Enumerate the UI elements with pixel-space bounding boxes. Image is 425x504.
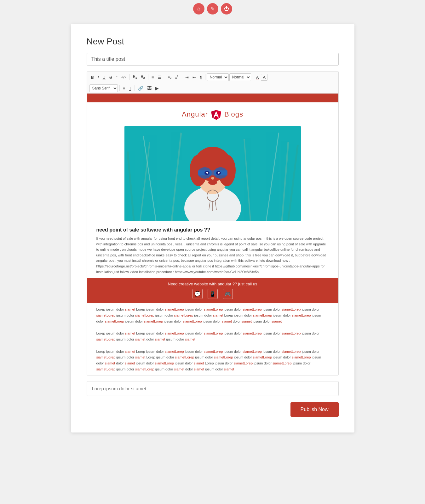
line-height-select[interactable]: Normal 1.5 2.0: [229, 73, 251, 81]
lorem-link[interactable]: siametLorep: [214, 355, 233, 359]
font-color-btn[interactable]: A: [255, 74, 261, 80]
lorem-link[interactable]: siametLorep: [155, 361, 174, 365]
game-icon: 🎮: [223, 289, 233, 299]
h2-btn[interactable]: H2: [139, 74, 146, 80]
lorem-link[interactable]: siametLorep: [292, 355, 311, 359]
preview-subtitle: need point of sale software with angular…: [87, 224, 338, 235]
font-family-select[interactable]: Sans Serif Serif Monospace: [89, 84, 118, 92]
lorem-block-1: Lorep ipsum dolor siamet Lorep ipsum dol…: [87, 303, 338, 327]
lorem-link[interactable]: siametLorep: [135, 367, 154, 371]
publish-btn-row: Publish Now: [87, 402, 339, 417]
svg-rect-21: [198, 170, 227, 175]
toolbar-row2: Sans Serif Serif Monospace ≡ T̲ 🔗 🖼 ▶: [87, 83, 338, 94]
quote-btn[interactable]: ": [114, 74, 119, 81]
lorem-link[interactable]: siametLorep: [292, 313, 311, 317]
lorem-link[interactable]: siametLorep: [135, 313, 154, 317]
sup-btn[interactable]: x2: [174, 74, 180, 80]
lorem-link[interactable]: siametLorep: [204, 350, 223, 353]
power-icon[interactable]: ⏻: [221, 3, 232, 14]
ol-btn[interactable]: ≡: [150, 74, 156, 80]
lorem-link[interactable]: siametLorep: [183, 319, 202, 323]
lorem-link[interactable]: siametLorep: [105, 319, 124, 323]
lorem-link[interactable]: siametLorep: [282, 331, 301, 335]
excerpt-input[interactable]: [87, 381, 339, 396]
sub-btn[interactable]: x2: [167, 74, 173, 80]
lorem-link[interactable]: siametLorep: [165, 307, 184, 311]
separator1: [129, 74, 130, 80]
top-navigation: ⌂ ✎ ⏻: [193, 3, 232, 14]
lorem-link[interactable]: siamet: [242, 319, 252, 323]
outdent-btn[interactable]: ⇤: [191, 74, 198, 80]
lorem-link[interactable]: siamet: [185, 337, 195, 341]
lorem-link[interactable]: siamet: [125, 307, 135, 311]
lorem-link[interactable]: siametLorep: [243, 350, 262, 353]
chat-icon: 💬: [192, 289, 203, 299]
italic-btn[interactable]: I: [96, 74, 101, 80]
bg-color-btn[interactable]: A: [261, 74, 267, 81]
link-btn[interactable]: 🔗: [136, 85, 145, 91]
lorem-link[interactable]: siametLorep: [174, 313, 193, 317]
angular-logo-icon: [210, 109, 222, 120]
lorem-link[interactable]: siametLorep: [165, 331, 184, 335]
direction-btn[interactable]: ¶: [198, 74, 204, 80]
lorem-link[interactable]: siamet: [135, 337, 145, 341]
lorem-link[interactable]: siamet: [222, 319, 232, 323]
post-title-input[interactable]: [87, 53, 339, 66]
h1-btn[interactable]: H1: [131, 74, 139, 80]
lorem-link[interactable]: siametLorep: [96, 313, 116, 317]
lorem-link[interactable]: siametLorep: [253, 313, 272, 317]
edit-icon[interactable]: ✎: [207, 3, 218, 14]
lorem-link[interactable]: siametLorep: [165, 350, 184, 353]
home-icon[interactable]: ⌂: [193, 3, 204, 14]
lorem-link[interactable]: siamet: [135, 355, 145, 359]
video-btn[interactable]: ▶: [154, 85, 160, 91]
lorem-link[interactable]: siametLorep: [96, 355, 116, 359]
lorem-link[interactable]: siametLorep: [96, 337, 116, 341]
blogs-text: Blogs: [224, 110, 243, 118]
code-btn[interactable]: </>: [120, 75, 128, 80]
lorem-link[interactable]: siamet: [194, 367, 204, 371]
lorem-link[interactable]: siametLorep: [234, 361, 253, 365]
lorem-link[interactable]: siamet: [194, 361, 204, 365]
lorem-link[interactable]: siametLorep: [144, 319, 163, 323]
lorem-block-2: Lorep ipsum dolor siamet Lorep ipsum dol…: [87, 327, 338, 345]
lorem-link[interactable]: siamet: [272, 319, 282, 323]
publish-now-button[interactable]: Publish Now: [290, 402, 339, 417]
lorem-block-3: Lorep ipsum dolor siamet Lorep ipsum dol…: [87, 346, 338, 375]
lorem-link[interactable]: siamet: [213, 313, 223, 317]
content-preview: Angular Blogs: [87, 94, 338, 375]
lorem-link[interactable]: siametLorep: [96, 367, 116, 371]
lorem-link[interactable]: siametLorep: [253, 355, 272, 359]
lorem-link[interactable]: siamet: [125, 350, 135, 353]
lorem-link[interactable]: siametLorep: [243, 331, 262, 335]
lorem-link[interactable]: siamet: [125, 331, 135, 335]
lorem-link[interactable]: siamet: [125, 361, 135, 365]
lorem-link[interactable]: siametLorep: [175, 355, 194, 359]
ul-btn[interactable]: ☰: [156, 74, 163, 80]
separator2: [148, 74, 148, 80]
lorem-link[interactable]: siametLorep: [204, 331, 223, 335]
align-btn[interactable]: ≡: [121, 85, 127, 91]
lorem-link[interactable]: siametLorep: [282, 307, 301, 311]
lorem-link[interactable]: siamet: [155, 337, 165, 341]
bold-btn[interactable]: B: [89, 74, 95, 80]
lorem-link[interactable]: siamet: [105, 361, 115, 365]
mobile-icon: 📱: [208, 289, 218, 299]
main-card: New Post B I U S " </> H1 H2 ≡ ☰ x2 x2 ⇥…: [71, 24, 354, 432]
indent-btn[interactable]: ⇥: [184, 74, 190, 80]
lorem-link[interactable]: siametLorep: [273, 361, 292, 365]
strike-btn[interactable]: S: [108, 74, 114, 80]
font-size-select[interactable]: Normal Small Large: [207, 73, 229, 81]
page-title: New Post: [87, 37, 339, 47]
lorem-link[interactable]: siamet: [174, 367, 184, 371]
lorem-link[interactable]: siamet: [224, 367, 234, 371]
cta-text: Need creative website with angular ?? ju…: [87, 282, 338, 286]
lorem-link[interactable]: siametLorep: [204, 307, 223, 311]
separator4: [182, 74, 182, 80]
preview-header: Angular Blogs: [87, 102, 338, 123]
image-btn[interactable]: 🖼: [146, 85, 153, 91]
lorem-link[interactable]: siametLorep: [282, 350, 301, 353]
clear-format-btn[interactable]: T̲: [127, 85, 133, 91]
lorem-link[interactable]: siametLorep: [243, 307, 262, 311]
underline-btn[interactable]: U: [101, 74, 107, 80]
